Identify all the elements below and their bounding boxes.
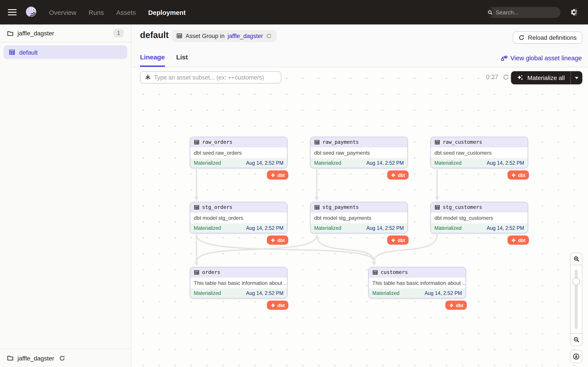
asset-description: dbt model stg_orders (190, 212, 287, 223)
asset-subset-filter[interactable] (140, 71, 281, 83)
lineage-graph-icon (501, 55, 507, 61)
global-search[interactable]: / (487, 7, 561, 18)
primary-nav: Overview Runs Assets Deployment (49, 8, 186, 16)
refresh-icon[interactable] (266, 33, 272, 39)
materialize-options-dropdown[interactable] (571, 71, 582, 84)
download-image-button[interactable] (570, 350, 582, 363)
materialization-timestamp[interactable]: Aug 14, 2:52 PM (246, 291, 284, 296)
status-badge: Materialized (194, 291, 221, 296)
download-icon (573, 353, 580, 360)
materialization-timestamp[interactable]: Aug 14, 2:52 PM (487, 160, 524, 166)
status-badge: Materialized (314, 225, 341, 231)
materialization-timestamp[interactable]: Aug 14, 2:52 PM (246, 225, 284, 231)
zoom-in-button[interactable] (570, 252, 582, 265)
asset-node-orders[interactable]: orders This table has basic information … (190, 267, 287, 311)
dbt-logo-icon (511, 172, 516, 178)
dbt-logo-icon (270, 302, 276, 308)
search-icon (487, 7, 493, 17)
dbt-badge[interactable]: dbt (267, 170, 288, 180)
view-global-asset-lineage-link[interactable]: View global asset lineage (501, 55, 582, 62)
dbt-badge[interactable]: dbt (387, 170, 409, 180)
menu-icon[interactable] (8, 8, 17, 17)
table-icon (194, 139, 199, 145)
search-input[interactable] (493, 9, 575, 16)
search-shortcut-key: / (575, 8, 577, 16)
asset-node-stg-payments[interactable]: stg_payments dbt model stg_payments Mate… (310, 202, 408, 246)
dbt-badge[interactable]: dbt (387, 235, 409, 245)
asset-group-tag: Asset Group in jaffle_dagster (172, 30, 277, 42)
sidebar: jaffle_dagster 1 default jaffle_dagster (0, 25, 131, 367)
dbt-logo-icon (270, 172, 276, 178)
asset-description: dbt seed raw_customers (431, 147, 528, 158)
refresh-icon[interactable] (503, 74, 509, 80)
dbt-logo-icon (391, 237, 396, 243)
dbt-logo-icon (270, 237, 276, 243)
dbt-badge[interactable]: dbt (267, 300, 288, 310)
footer-code-location-label: jaffle_dagster (17, 355, 54, 362)
status-badge: Materialized (434, 160, 462, 166)
asset-description: This table has basic information about .… (190, 277, 287, 288)
dbt-badge-label: dbt (518, 172, 526, 178)
sidebar-footer: jaffle_dagster (0, 349, 131, 367)
status-badge: Materialized (372, 291, 399, 296)
tab-lineage[interactable]: Lineage (140, 53, 165, 67)
asset-group-tag-prefix: Asset Group in (185, 33, 225, 39)
dbt-badge-label: dbt (277, 302, 285, 308)
nav-item-overview[interactable]: Overview (49, 8, 76, 16)
sidebar-group-jaffle-dagster[interactable]: jaffle_dagster 1 (0, 25, 131, 42)
asset-description: dbt model stg_payments (311, 212, 407, 223)
lineage-graph-canvas[interactable]: 0:27 Materialize all (131, 67, 588, 367)
materialization-timestamp[interactable]: Aug 14, 2:52 PM (246, 160, 284, 166)
zoom-out-button[interactable] (570, 333, 582, 346)
nav-item-assets[interactable]: Assets (116, 8, 136, 16)
dbt-badge-label: dbt (398, 237, 405, 243)
dbt-badge-label: dbt (277, 237, 285, 243)
nav-item-deployment[interactable]: Deployment (148, 8, 186, 16)
zoom-slider[interactable] (570, 265, 582, 333)
dbt-badge-label: dbt (398, 172, 405, 178)
dbt-badge[interactable]: dbt (508, 235, 529, 245)
materialization-timestamp[interactable]: Aug 14, 2:52 PM (424, 291, 462, 296)
table-icon (434, 139, 440, 145)
reload-definitions-label: Reload definitions (528, 34, 577, 41)
asset-node-raw-customers[interactable]: raw_customers dbt seed raw_customers Mat… (431, 137, 528, 181)
group-count-badge: 1 (113, 29, 124, 38)
dbt-logo-icon (511, 237, 516, 243)
table-icon (194, 204, 199, 210)
chevron-down-icon (575, 77, 578, 79)
asset-name: raw_orders (202, 139, 233, 145)
asset-description: dbt seed raw_payments (311, 147, 407, 158)
table-icon (314, 139, 320, 145)
materialization-timestamp[interactable]: Aug 14, 2:52 PM (366, 160, 404, 166)
asset-description: dbt model stg_customers (431, 212, 528, 223)
reload-definitions-button[interactable]: Reload definitions (512, 32, 582, 44)
dagster-logo-icon[interactable] (25, 6, 38, 19)
tab-list[interactable]: List (176, 53, 188, 67)
refresh-icon[interactable] (59, 355, 65, 361)
asset-node-customers[interactable]: customers This table has basic informati… (368, 267, 466, 311)
asset-node-raw-orders[interactable]: raw_orders dbt seed raw_orders Materiali… (190, 137, 287, 181)
status-badge: Materialized (434, 225, 462, 231)
dbt-badge[interactable]: dbt (267, 235, 288, 245)
dagster-app: Overview Runs Assets Deployment / jaffle… (0, 0, 588, 367)
asset-name: stg_orders (202, 204, 233, 210)
asset-name: stg_payments (322, 204, 359, 210)
asset-group-tag-link[interactable]: jaffle_dagster (228, 33, 263, 39)
nav-item-runs[interactable]: Runs (89, 8, 104, 16)
asset-subset-input[interactable] (154, 74, 277, 81)
materialization-timestamp[interactable]: Aug 14, 2:52 PM (487, 225, 524, 231)
dbt-badge[interactable]: dbt (508, 170, 529, 180)
asset-node-stg-orders[interactable]: stg_orders dbt model stg_orders Material… (190, 202, 287, 246)
materialization-timestamp[interactable]: Aug 14, 2:52 PM (366, 225, 404, 231)
asset-name: raw_customers (443, 139, 482, 145)
zoom-slider-handle[interactable] (572, 278, 580, 285)
view-global-asset-lineage-label: View global asset lineage (510, 55, 582, 62)
zoom-in-icon (573, 256, 579, 262)
asset-node-stg-customers[interactable]: stg_customers dbt model stg_customers Ma… (431, 202, 528, 246)
sidebar-item-default[interactable]: default (3, 45, 127, 59)
asset-node-raw-payments[interactable]: raw_payments dbt seed raw_payments Mater… (310, 137, 408, 181)
dbt-badge[interactable]: dbt (445, 300, 467, 310)
table-icon (194, 269, 199, 275)
materialize-all-button[interactable]: Materialize all (511, 71, 582, 84)
status-badge: Materialized (314, 160, 341, 166)
